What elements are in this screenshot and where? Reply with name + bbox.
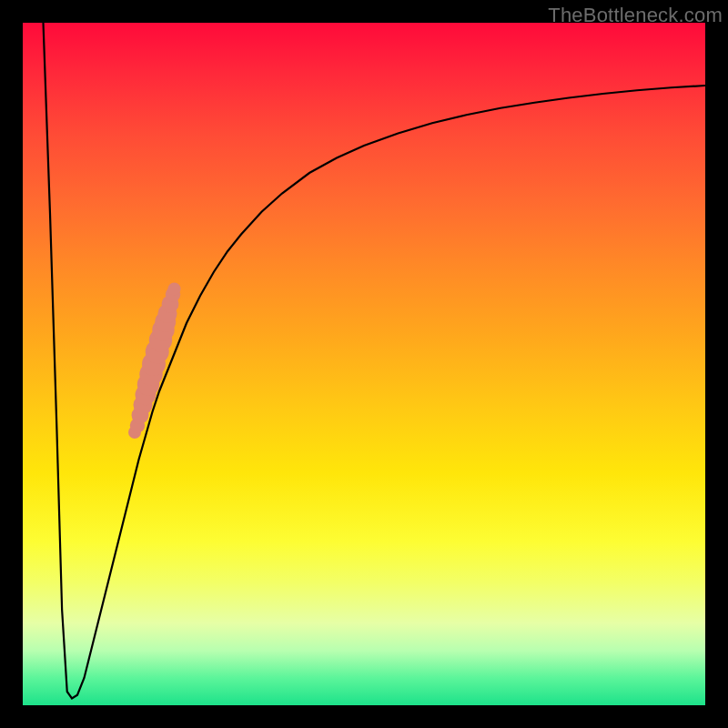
watermark-text: TheBottleneck.com [548,4,723,27]
scatter-layer [128,283,181,440]
plot-area [23,23,705,705]
chart-frame: TheBottleneck.com [0,0,728,728]
chart-svg [23,23,705,705]
scatter-point [168,283,181,296]
